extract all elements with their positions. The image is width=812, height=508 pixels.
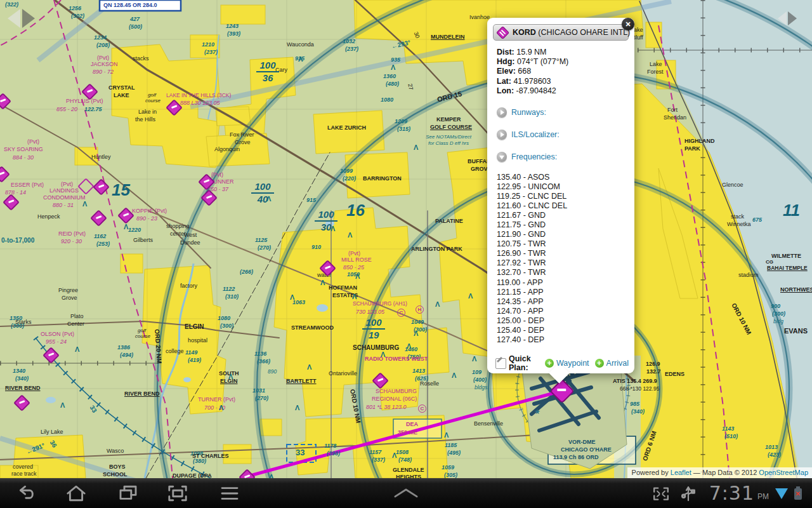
back-button[interactable]: [15, 483, 38, 504]
pan-right-icon[interactable]: [788, 11, 797, 25]
detail-row: Elev: 668: [497, 67, 568, 76]
chevron-up-icon: [388, 483, 424, 504]
pan-left-icon[interactable]: [8, 9, 20, 28]
add-arrival-button[interactable]: +Arrival: [595, 359, 629, 368]
clock-time: 7:31: [709, 482, 754, 504]
usb-icon: [680, 483, 697, 504]
frequency-item: 121.90 - GND: [497, 230, 567, 239]
attribution-middle: — Map Data © 2012: [691, 469, 759, 476]
sectional-chart-map[interactable]: ★ QN 128.45 OR 284.0(322)1256(302)427(50…: [0, 0, 812, 478]
expand-panel-button[interactable]: [388, 483, 424, 504]
pan-left-icon[interactable]: [778, 11, 787, 25]
frequency-item: 125.00 - DEP: [497, 316, 567, 326]
frequency-list: 135.40 - ASOS122.95 - UNICOM119.25 - CLN…: [497, 173, 567, 345]
home-icon: [65, 483, 88, 504]
detail-row: Dist: 15.9 NM: [497, 48, 568, 57]
popup-header: KORD (CHICAGO OHARE INTL): [493, 24, 629, 41]
airport-diamond-icon: [496, 25, 509, 39]
section-label: Runways:: [511, 108, 546, 117]
pan-right-icon[interactable]: [22, 9, 35, 28]
attribution-prefix: Powered by: [632, 469, 671, 476]
frequency-item: 122.95 - UNICOM: [497, 182, 567, 192]
back-icon: [15, 483, 38, 504]
pan-left-right-control[interactable]: [778, 11, 797, 25]
quick-plan-label: Quick Plan:: [509, 354, 539, 372]
detail-row: Lat: 41.978603: [497, 77, 568, 86]
frequency-item: 127.92 - TWR: [497, 258, 567, 268]
sectional-chart-graphics: ★: [0, 0, 812, 478]
screenshot-icon: [166, 483, 189, 504]
frequency-item: 124.70 - APP: [497, 307, 567, 316]
frequency-item: 121.75 - GND: [497, 220, 567, 230]
frequency-item: 121.67 - GND: [497, 211, 567, 220]
expand-icon[interactable]: [497, 107, 507, 117]
plus-icon: +: [545, 359, 554, 368]
pan-left-right-control[interactable]: [8, 9, 35, 28]
usb-status: [680, 483, 697, 504]
frequency-item: 121.60 - CLNC DEL: [497, 201, 567, 211]
section-frequencies[interactable]: Frequencies:: [497, 152, 557, 162]
airport-name: (CHICAGO OHARE INTL): [538, 28, 630, 37]
wifi-icon: [775, 488, 788, 499]
frequency-item: 119.25 - CLNC DEL: [497, 192, 567, 201]
frequency-item: 132.70 - TWR: [497, 268, 567, 277]
map-attribution: Powered by Leaflet — Map Data © 2012 Ope…: [627, 467, 812, 478]
quick-plan-actions: +Waypoint+Arrival: [545, 359, 634, 368]
detail-row: Lon: -87.904842: [497, 86, 568, 96]
airport-info-popup: KORD (CHICAGO OHARE INTL) ✕ Dist: 15.9 N…: [487, 18, 634, 373]
frequency-item: 127.40 - DEP: [497, 335, 567, 345]
notepad-icon: [495, 358, 506, 369]
battery-icon: [794, 488, 802, 500]
star-symbol: ★: [534, 408, 540, 415]
status-clock-area[interactable]: 7:31 PM: [709, 478, 802, 508]
home-button[interactable]: [65, 483, 88, 504]
close-icon[interactable]: ✕: [622, 18, 634, 30]
collapse-icon[interactable]: [497, 152, 507, 162]
frequency-item: 125.40 - DEP: [497, 326, 567, 335]
section-runways[interactable]: Runways:: [497, 107, 546, 117]
quick-plan-row: Quick Plan: +Waypoint+Arrival: [495, 354, 634, 372]
fullscreen-icon: [650, 483, 672, 504]
airport-code: KORD: [513, 28, 536, 37]
add-waypoint-button[interactable]: +Waypoint: [545, 359, 589, 368]
recent-apps-icon: [117, 483, 140, 504]
action-label: Arrival: [606, 359, 629, 368]
menu-button[interactable]: [218, 483, 241, 504]
popup-title: KORD (CHICAGO OHARE INTL): [513, 28, 630, 37]
frequency-item: 135.40 - ASOS: [497, 173, 567, 182]
leaflet-link[interactable]: Leaflet: [671, 469, 691, 476]
recent-apps-button[interactable]: [117, 483, 140, 504]
section-ilslocalizer[interactable]: ILS/Localizer:: [497, 130, 560, 140]
plus-icon: +: [595, 359, 604, 368]
action-label: Waypoint: [556, 359, 589, 368]
expand-icon[interactable]: [497, 130, 507, 140]
section-label: ILS/Localizer:: [511, 130, 560, 139]
menu-icon: [218, 483, 241, 504]
frequency-item: 119.00 - APP: [497, 278, 567, 288]
android-system-bar: 7:31 PM: [0, 478, 812, 508]
frequency-item: 124.35 - APP: [497, 297, 567, 307]
section-label: Frequencies:: [511, 152, 557, 161]
fullscreen-button[interactable]: [650, 483, 672, 504]
openstreetmap-link[interactable]: OpenStreetMap: [759, 469, 808, 476]
screenshot-button[interactable]: [166, 483, 189, 504]
frequency-item: 120.75 - TWR: [497, 239, 567, 249]
frequency-item: 121.15 - APP: [497, 288, 567, 297]
clock-meridiem: PM: [757, 492, 769, 501]
tablet-screen: ★ QN 128.45 OR 284.0(322)1256(302)427(50…: [0, 0, 812, 508]
detail-row: Hdg: 074°T (077°M): [497, 57, 568, 67]
airport-details: Dist: 15.9 NMHdg: 074°T (077°M)Elev: 668…: [497, 48, 568, 96]
frequency-item: 126.90 - TWR: [497, 249, 567, 258]
